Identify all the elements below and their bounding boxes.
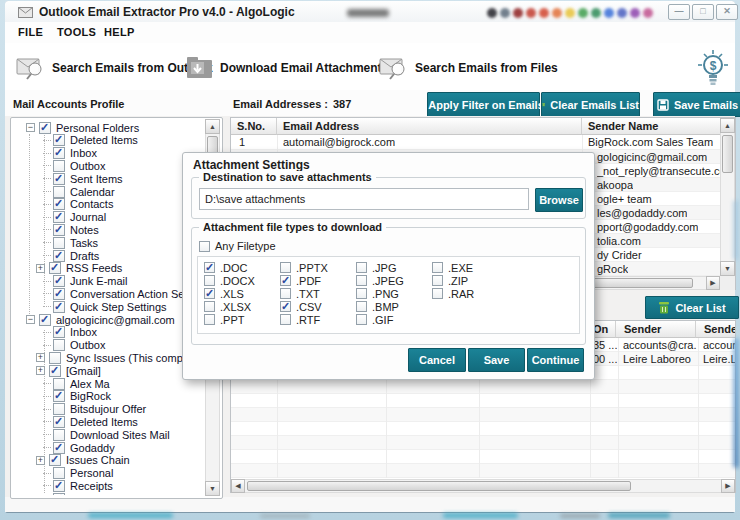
filetype-checkbox[interactable] bbox=[356, 262, 367, 273]
folder-checkbox[interactable] bbox=[53, 288, 65, 300]
scroll-right-arrow[interactable]: ▶ bbox=[721, 479, 735, 493]
clear-emails-list-button[interactable]: Clear Emails List bbox=[541, 92, 640, 117]
filetype-checkbox[interactable] bbox=[432, 288, 443, 299]
tree-item[interactable]: Calendar bbox=[12, 185, 205, 198]
folder-checkbox[interactable] bbox=[53, 416, 65, 428]
folder-checkbox[interactable] bbox=[53, 480, 65, 492]
folder-checkbox[interactable] bbox=[53, 134, 65, 146]
filetype-option[interactable]: .CSV bbox=[280, 300, 328, 313]
toolbar-search-outlook[interactable]: Search Emails from Outlook bbox=[16, 55, 213, 81]
filetype-checkbox[interactable] bbox=[204, 288, 215, 299]
filetype-option[interactable]: .JPEG bbox=[356, 274, 404, 287]
tree-item[interactable]: Sales & Support bbox=[12, 492, 205, 495]
table-row[interactable] bbox=[231, 408, 735, 422]
folder-checkbox[interactable] bbox=[53, 339, 65, 351]
folder-checkbox[interactable] bbox=[53, 173, 65, 185]
tree-item[interactable]: Conversation Action Settings bbox=[12, 287, 205, 300]
folder-checkbox[interactable] bbox=[53, 403, 65, 415]
filetype-checkbox[interactable] bbox=[204, 314, 215, 325]
folder-checkbox[interactable] bbox=[53, 250, 65, 262]
filetype-option[interactable]: .BMP bbox=[356, 300, 404, 313]
filetype-option[interactable]: .DOC bbox=[204, 261, 255, 274]
table-row[interactable]: 1automail@bigrock.comBigRock.com Sales T… bbox=[231, 135, 721, 150]
filetype-option[interactable]: .PDF bbox=[280, 274, 328, 287]
close-button[interactable]: ✕ bbox=[716, 4, 738, 20]
tree-item[interactable]: Download Sites Mail bbox=[12, 428, 205, 441]
tree-item[interactable]: Notes bbox=[12, 223, 205, 236]
tree-item[interactable]: Drafts bbox=[12, 249, 205, 262]
filetype-option[interactable]: .PPTX bbox=[280, 261, 328, 274]
menu-item-file[interactable]: FILE bbox=[18, 26, 43, 38]
tree-item[interactable]: Quick Step Settings bbox=[12, 300, 205, 313]
scroll-right-arrow[interactable]: ▶ bbox=[706, 276, 720, 290]
filetype-checkbox[interactable] bbox=[432, 262, 443, 273]
filetype-option[interactable]: .XLS bbox=[204, 287, 255, 300]
tree-item[interactable]: +[Gmail] bbox=[12, 364, 205, 377]
filetype-option[interactable]: .ZIP bbox=[432, 274, 474, 287]
folder-checkbox[interactable] bbox=[39, 122, 51, 134]
folder-checkbox[interactable] bbox=[53, 326, 65, 338]
tree-item[interactable]: −algologicinc@gmail.com bbox=[12, 313, 205, 326]
apply-filter-button[interactable]: Apply Filter on Emails bbox=[427, 92, 540, 117]
filetype-checkbox[interactable] bbox=[356, 314, 367, 325]
scrollbar-thumb[interactable] bbox=[247, 481, 631, 491]
column-header-sno[interactable]: S.No. bbox=[231, 118, 277, 135]
any-filetype-checkbox[interactable] bbox=[199, 241, 210, 252]
minimize-button[interactable]: — bbox=[668, 4, 690, 20]
folder-checkbox[interactable] bbox=[49, 454, 61, 466]
tree-item[interactable]: Junk E-mail bbox=[12, 275, 205, 288]
filetype-checkbox[interactable] bbox=[356, 288, 367, 299]
table-row[interactable] bbox=[231, 436, 735, 450]
table-row[interactable] bbox=[231, 464, 735, 478]
tree-item[interactable]: Outbox bbox=[12, 159, 205, 172]
clear-list-button[interactable]: Clear List bbox=[645, 296, 739, 319]
tree-item[interactable]: Bitsdujour Offer bbox=[12, 403, 205, 416]
folder-checkbox[interactable] bbox=[49, 262, 61, 274]
tree-item[interactable]: Contacts bbox=[12, 198, 205, 211]
continue-button[interactable]: Continue bbox=[527, 348, 584, 372]
folder-checkbox[interactable] bbox=[53, 378, 65, 390]
filetype-checkbox[interactable] bbox=[280, 301, 291, 312]
folder-checkbox[interactable] bbox=[53, 160, 65, 172]
expand-toggle-icon[interactable]: + bbox=[36, 264, 45, 273]
expand-toggle-icon[interactable]: + bbox=[36, 456, 45, 465]
tree-item[interactable]: BigRock bbox=[12, 390, 205, 403]
tree-item[interactable]: Personal bbox=[12, 467, 205, 480]
tree-item[interactable]: Outbox bbox=[12, 339, 205, 352]
folder-checkbox[interactable] bbox=[53, 237, 65, 249]
folder-checkbox[interactable] bbox=[49, 352, 61, 364]
table-row[interactable] bbox=[231, 422, 735, 436]
dollar-bulb-icon[interactable]: $ bbox=[697, 49, 729, 87]
filetype-option[interactable]: .XLSX bbox=[204, 300, 255, 313]
column-header-email[interactable]: Email Address bbox=[277, 118, 582, 135]
folder-checkbox[interactable] bbox=[53, 390, 65, 402]
collapse-toggle-icon[interactable]: − bbox=[26, 123, 35, 132]
table-row[interactable] bbox=[231, 394, 735, 408]
filetype-checkbox[interactable] bbox=[356, 301, 367, 312]
filetype-option[interactable]: .TXT bbox=[280, 287, 328, 300]
filetype-checkbox[interactable] bbox=[356, 275, 367, 286]
menu-item-tools[interactable]: TOOLS bbox=[57, 26, 96, 38]
table-row[interactable] bbox=[231, 450, 735, 464]
tree-item[interactable]: Deleted Items bbox=[12, 415, 205, 428]
column-header-sender[interactable]: Sender bbox=[618, 321, 696, 338]
collapse-toggle-icon[interactable]: − bbox=[26, 315, 35, 324]
scroll-up-arrow[interactable]: ▲ bbox=[720, 118, 735, 133]
scroll-down-arrow[interactable]: ▼ bbox=[205, 481, 220, 496]
filetype-option[interactable]: .RAR bbox=[432, 287, 474, 300]
folder-checkbox[interactable] bbox=[53, 493, 65, 495]
filetype-checkbox[interactable] bbox=[280, 288, 291, 299]
folder-checkbox[interactable] bbox=[53, 442, 65, 454]
filetype-option[interactable]: .JPG bbox=[356, 261, 404, 274]
tree-item[interactable]: Sent Items bbox=[12, 172, 205, 185]
filetype-checkbox[interactable] bbox=[280, 275, 291, 286]
scroll-left-arrow[interactable]: ◀ bbox=[231, 479, 245, 493]
column-header-sender[interactable]: Sender Name bbox=[582, 118, 721, 135]
save-emails-button[interactable]: Save Emails bbox=[653, 92, 740, 117]
tree-item[interactable]: Inbox bbox=[12, 326, 205, 339]
column-header-sender-email[interactable]: Sender Email bbox=[698, 321, 735, 338]
filetype-option[interactable]: .RTF bbox=[280, 313, 328, 326]
folder-checkbox[interactable] bbox=[53, 147, 65, 159]
expand-toggle-icon[interactable]: + bbox=[36, 366, 45, 375]
scroll-down-arrow[interactable]: ▼ bbox=[720, 261, 735, 276]
